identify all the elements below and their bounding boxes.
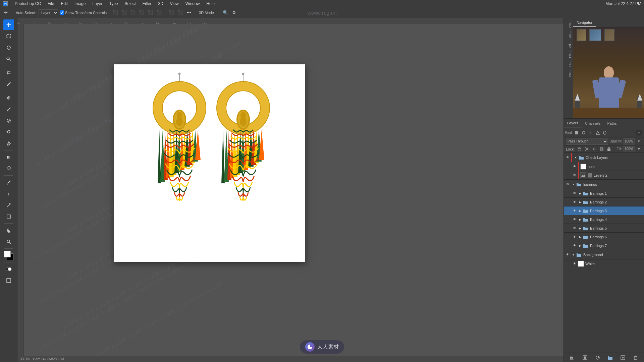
layer-item-earrings2[interactable]: 👁 ▶ Earrings 2: [564, 198, 644, 206]
quick-mask-btn[interactable]: [3, 264, 14, 275]
vis-eye-earrings[interactable]: 👁: [565, 182, 571, 187]
brush-tool[interactable]: [3, 104, 14, 115]
crop-tool[interactable]: [3, 67, 14, 78]
navigator-tab[interactable]: Navigator: [573, 19, 596, 27]
menu-window[interactable]: Window: [183, 1, 203, 7]
menu-3d[interactable]: 3D: [156, 1, 166, 7]
lock-image-btn[interactable]: [584, 146, 589, 152]
text-tool[interactable]: T: [3, 188, 14, 199]
menu-view[interactable]: View: [167, 1, 181, 7]
layer-item-earrings7[interactable]: 👁 ▶ Earrings 7: [564, 241, 644, 250]
vis-eye-earrings4[interactable]: 👁: [572, 217, 577, 222]
collapse-earrings1[interactable]: ▶: [578, 191, 582, 195]
search-btn[interactable]: 🔍: [222, 9, 229, 16]
menu-image[interactable]: Image: [72, 1, 88, 7]
vis-eye-earrings3[interactable]: 👁: [572, 208, 577, 214]
blend-mode-select[interactable]: Pass Through Normal Multiply Screen Over…: [566, 138, 608, 145]
tab-paths[interactable]: Paths: [604, 120, 620, 127]
layer-group-check-layers[interactable]: 👁 ▾ Check Layers: [564, 153, 644, 162]
layer-item-earrings3[interactable]: 👁 ▶ Earrings 3: [564, 206, 644, 215]
create-fill-adj-btn[interactable]: [594, 354, 601, 361]
move-tool[interactable]: [3, 19, 14, 30]
align-left-btn[interactable]: ⬛: [112, 9, 119, 16]
lasso-tool[interactable]: [3, 42, 14, 53]
mini-panel-ad[interactable]: Ad...: [565, 40, 573, 49]
collapse-earrings2[interactable]: ▶: [578, 200, 582, 204]
path-selection-tool[interactable]: [3, 200, 14, 210]
lock-transparent-btn[interactable]: [577, 146, 582, 152]
vis-eye-earrings2[interactable]: 👁: [572, 199, 577, 205]
menu-select[interactable]: Select: [122, 1, 138, 7]
zoom-tool[interactable]: [3, 236, 14, 247]
new-group-btn[interactable]: [607, 354, 613, 361]
opacity-arrow-btn[interactable]: ▾: [636, 138, 642, 144]
vis-eye-hole[interactable]: 👁: [572, 164, 577, 169]
filter-type-btn[interactable]: T: [588, 130, 594, 136]
align-right-btn[interactable]: ⬛: [129, 9, 137, 16]
move-tool-btn[interactable]: ✛: [2, 9, 9, 16]
filter-pixel-btn[interactable]: [574, 130, 580, 136]
lock-position-btn[interactable]: [591, 146, 597, 152]
layer-item-earrings5[interactable]: 👁 ▶ Earrings 5: [564, 224, 644, 233]
show-transform-checkbox[interactable]: [60, 10, 64, 15]
eyedropper-tool[interactable]: [3, 79, 14, 89]
mini-panel-his2[interactable]: His...: [565, 50, 573, 59]
menu-help[interactable]: Help: [204, 1, 217, 7]
pen-tool[interactable]: [3, 177, 14, 188]
filter-adjust-btn[interactable]: [581, 130, 587, 136]
vis-eye-earrings7[interactable]: 👁: [572, 243, 577, 248]
layer-item-levels2[interactable]: 👁 Levels 2: [564, 171, 644, 180]
vis-eye-earrings1[interactable]: 👁: [572, 191, 577, 196]
distribute-v-btn[interactable]: ⬛: [176, 9, 184, 16]
vis-eye-earrings6[interactable]: 👁: [572, 234, 577, 240]
collapse-earrings4[interactable]: ▶: [578, 218, 582, 222]
mini-panel-his1[interactable]: His...: [565, 19, 573, 29]
filter-shape-btn[interactable]: [595, 130, 601, 136]
fill-arrow-btn[interactable]: ▾: [636, 146, 642, 152]
vis-eye-levels2[interactable]: 👁: [572, 173, 577, 178]
mini-panel-par[interactable]: Par...: [565, 69, 573, 78]
hand-tool[interactable]: [3, 225, 14, 236]
lock-artboard-btn[interactable]: [599, 146, 604, 152]
collapse-check-layers[interactable]: ▾: [574, 156, 578, 160]
filter-smart-btn[interactable]: [602, 130, 608, 136]
layer-item-earrings4[interactable]: 👁 ▶ Earrings 4: [564, 215, 644, 224]
eraser-tool[interactable]: [3, 138, 14, 149]
align-middle-btn[interactable]: ⬛: [147, 9, 154, 16]
vis-eye-white[interactable]: 👁: [572, 261, 577, 266]
quick-select-tool[interactable]: [3, 54, 14, 64]
menu-photoshop[interactable]: Photoshop CC: [12, 1, 44, 7]
collapse-earrings[interactable]: ▾: [571, 182, 575, 186]
spot-heal-tool[interactable]: [3, 93, 14, 103]
color-swatch[interactable]: [3, 250, 14, 261]
mini-panel-col[interactable]: Col...: [565, 30, 573, 40]
distribute-h-btn[interactable]: ⬛: [168, 9, 175, 16]
foreground-color[interactable]: [4, 251, 11, 257]
shape-tool[interactable]: [3, 211, 14, 222]
selection-tool[interactable]: [3, 31, 14, 42]
clone-stamp-tool[interactable]: [3, 115, 14, 126]
align-bottom-btn[interactable]: ⬛: [155, 9, 163, 16]
layer-item-hole[interactable]: 👁 hole: [564, 162, 644, 171]
layer-item-earrings6[interactable]: 👁 ▶ Earrings 6: [564, 233, 644, 241]
menu-file[interactable]: File: [45, 1, 57, 7]
lock-all-btn[interactable]: [606, 146, 611, 152]
vis-eye-background[interactable]: 👁: [565, 252, 571, 257]
gradient-tool[interactable]: [3, 152, 14, 163]
canvas-area[interactable]: 人人素材 人人素材 人人素材 人人素材 人人素材 人人素材 人人素材 人人素材 …: [23, 24, 564, 356]
workspace-btn[interactable]: ⚙: [230, 9, 238, 16]
opacity-input[interactable]: [623, 138, 635, 144]
collapse-earrings7[interactable]: ▶: [578, 244, 582, 248]
add-mask-btn[interactable]: [582, 354, 588, 361]
vis-eye-earrings5[interactable]: 👁: [572, 226, 577, 231]
layer-item-earrings1[interactable]: 👁 ▶ Earrings 1: [564, 189, 644, 198]
delete-layer-btn[interactable]: [632, 354, 639, 361]
menu-filter[interactable]: Filter: [140, 1, 154, 7]
menu-type[interactable]: Type: [106, 1, 120, 7]
collapse-earrings3[interactable]: ▶: [578, 209, 582, 213]
add-fx-btn[interactable]: fx: [569, 354, 576, 361]
layers-list[interactable]: 👁 ▾ Check Layers 👁 hole 👁: [564, 153, 644, 353]
dodge-tool[interactable]: [3, 163, 14, 174]
auto-select-dropdown[interactable]: Layer Group: [39, 9, 58, 16]
layer-item-white[interactable]: 👁 White: [564, 259, 644, 268]
